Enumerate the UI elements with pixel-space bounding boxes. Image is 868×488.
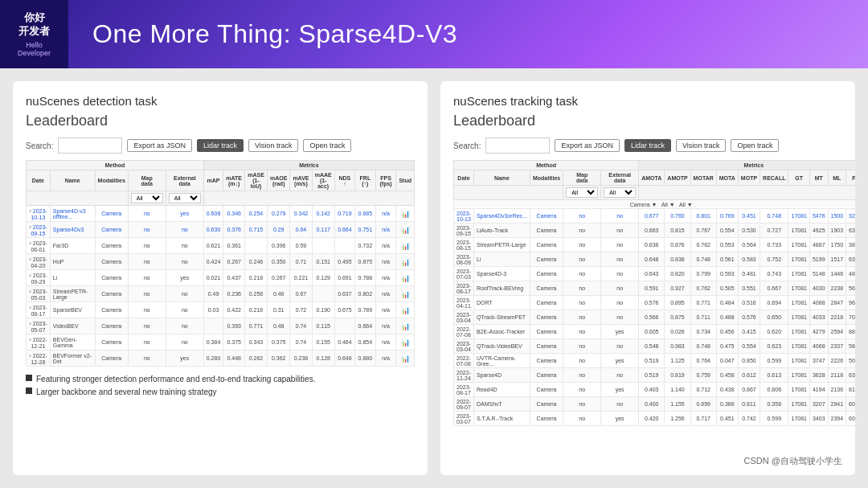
detection-search-label: Search: [26, 141, 53, 150]
header-title-section: One More Thing: Sparse4D-V3 [68, 0, 457, 68]
tracking-table: Method Metrics Date Name Modalities Mapd… [453, 160, 855, 426]
tr-th-mota: MOTA [716, 170, 738, 186]
main-content: nuScenes detection task Leaderboard Sear… [0, 68, 868, 488]
tracking-filter-ext[interactable]: All [604, 187, 636, 198]
logo-cn: 你好开发者 [18, 11, 50, 39]
detection-leaderboard-label: Leaderboard [26, 113, 415, 129]
tr-th-date: Date [454, 170, 474, 186]
tracking-table-row: 2023-10-13Sparse4Dv3orRec...Cameranono0.… [454, 209, 856, 223]
detection-table-row: › 2023-05-07VideoBEVCameranono0.3930.771… [27, 318, 415, 334]
chart-icon: 📊 [401, 258, 410, 266]
metrics-col-header: Metrics [203, 161, 414, 170]
tr-th-modal: Modalities [530, 170, 563, 186]
detection-lidar-btn[interactable]: Lidar track [197, 139, 244, 152]
detection-table: Method Metrics Date Name Modalities Mapd… [26, 160, 415, 367]
tr-th-ml: ML [828, 170, 846, 186]
th-name: Name [50, 170, 95, 191]
detection-export-btn[interactable]: Export as JSON [127, 139, 192, 152]
tracking-filter-map[interactable]: All [566, 187, 598, 198]
th-maae: mAAE(1-acc) [312, 170, 334, 191]
tracking-panel: nuScenes tracking task Leaderboard Searc… [440, 81, 855, 475]
chart-icon: 📊 [401, 226, 410, 234]
tr-filter-all2: All [601, 186, 639, 200]
tr-th-name: Name [473, 170, 530, 186]
logo-en: HelloDeveloper [18, 41, 51, 57]
main-title: One More Thing: Sparse4D-V3 [92, 19, 457, 49]
tr-th-ext: Externaldata [601, 170, 639, 186]
detection-table-row: › 2023-10-13Sparse4D-v3 offline...Camera… [27, 206, 415, 222]
th-mase: mASE(1-IoU) [245, 170, 268, 191]
th-modalities: Modalities [95, 170, 128, 191]
tracking-metrics-header: Metrics [639, 161, 855, 170]
detection-table-row: › 2023-09-15Sparse4Dv3Cameranono0.6300.3… [27, 222, 415, 238]
note-2: Larger backbone and several new training… [26, 386, 415, 399]
tr-th-map: Mapdata [563, 170, 601, 186]
bullet-icon-1 [26, 375, 32, 381]
th-fps: FPS (fps) [375, 170, 396, 191]
chart-icon: 📊 [401, 355, 410, 363]
th-filter-all2: All [166, 191, 203, 206]
chart-icon: 📊 [401, 322, 410, 330]
note-2-text: Larger backbone and several new training… [36, 386, 217, 399]
filter-map[interactable]: All [131, 193, 163, 203]
tracking-search-input[interactable] [485, 137, 550, 154]
logo-block: 你好开发者 HelloDeveloper [0, 0, 68, 68]
tr-th-recall: RECALL [760, 170, 788, 186]
tracking-search-label: Search: [453, 141, 481, 150]
th-frl: FRL (↑) [354, 170, 375, 191]
th-filter-group [27, 191, 129, 206]
method-col-header: Method [27, 161, 204, 170]
th-nds: NDS ↑ [334, 170, 354, 191]
tr-th-amota: AMOTA [639, 170, 665, 186]
note-1-text: Featuring stronger detection performance… [36, 373, 315, 386]
chart-icon: 📊 [401, 338, 410, 347]
tracking-table-row: 2022-11-24Sparse4DCameranono0.5190.8190.… [454, 368, 856, 383]
tracking-table-row: 2023-09-15LiAuto-TrackCameranono0.6630.8… [454, 223, 856, 238]
tracking-export-btn[interactable]: Export as JSON [555, 139, 620, 152]
detection-vision-btn[interactable]: Vision track [248, 139, 298, 152]
th-date: Date [27, 170, 51, 191]
filter-ext[interactable]: All [169, 193, 201, 203]
tracking-table-row: 2023-07-03Sparse4D-3Cameranono0.6430.820… [454, 267, 856, 281]
detection-table-row: › 2023-06-01Far3DCameranono0.6210.3610.3… [27, 238, 415, 254]
tracking-table-row: 2023-03-07S.T.A.R.-TrackCameranoyes0.420… [454, 412, 856, 426]
tr-filter-group [454, 186, 563, 200]
tracking-leaderboard-label: Leaderboard [453, 113, 842, 129]
th-map: Mapdata [128, 170, 166, 191]
tr-filter-empty [639, 186, 855, 200]
tracking-method-header: Method [454, 161, 639, 170]
tracking-controls: Search: Export as JSON Lidar track Visio… [453, 137, 842, 154]
th-ext: Externaldata [166, 170, 203, 191]
tracking-vision-btn[interactable]: Vision track [676, 139, 726, 152]
tracking-table-row: 2023-03-04QTrack-StreamPETCameranono0.56… [454, 310, 856, 325]
chart-icon: 📊 [401, 210, 410, 218]
th-filter-empty [203, 191, 414, 206]
tracking-table-row: 2023-08-15StreamPETR-LargeCameranono0.63… [454, 238, 856, 252]
chart-icon: 📊 [401, 306, 410, 314]
tr-th-amotp: AMOTP [665, 170, 690, 186]
detection-panel: nuScenes detection task Leaderboard Sear… [13, 81, 428, 475]
tracking-camera-group-header: Camera ▼ All ▼ All ▼ [454, 200, 856, 209]
detection-controls: Search: Export as JSON Lidar track Visio… [26, 137, 415, 154]
tr-filter-all1: All [563, 186, 601, 200]
tracking-lidar-btn[interactable]: Lidar track [624, 139, 671, 152]
detection-search-input[interactable] [58, 137, 122, 154]
detection-panel-title: nuScenes detection task [26, 94, 415, 108]
tr-th-gt: GT [788, 170, 809, 186]
th-stud: Stud [396, 170, 415, 191]
th-maoe: mAOE(rad) [267, 170, 289, 191]
chart-icon: 📊 [401, 290, 410, 298]
bullet-icon-2 [26, 388, 32, 394]
tracking-open-btn[interactable]: Open track [731, 139, 779, 152]
footer-label: CSDN @自动驾驶小学生 [744, 455, 842, 467]
detection-notes: Featuring stronger detection performance… [26, 373, 415, 399]
tracking-table-row: 2023-04-11DORTCameranono0.5760.8950.7710… [454, 296, 856, 310]
detection-table-row: › 2022-12-28BEVFormer v2-DetCameranoyes0… [27, 351, 415, 367]
th-map-score: mAP [203, 170, 223, 191]
detection-table-row: › 2023-09-29LiCameranoyes0.0210.4370.218… [27, 270, 415, 286]
detection-open-btn[interactable]: Open track [303, 139, 351, 152]
tr-th-faf: FAF [846, 170, 855, 186]
tracking-table-row: 2023-03-04QTrack-VideoBEVCameranono0.548… [454, 339, 856, 354]
tr-th-mt: MT [809, 170, 828, 186]
tr-th-motp: MOTP [738, 170, 760, 186]
